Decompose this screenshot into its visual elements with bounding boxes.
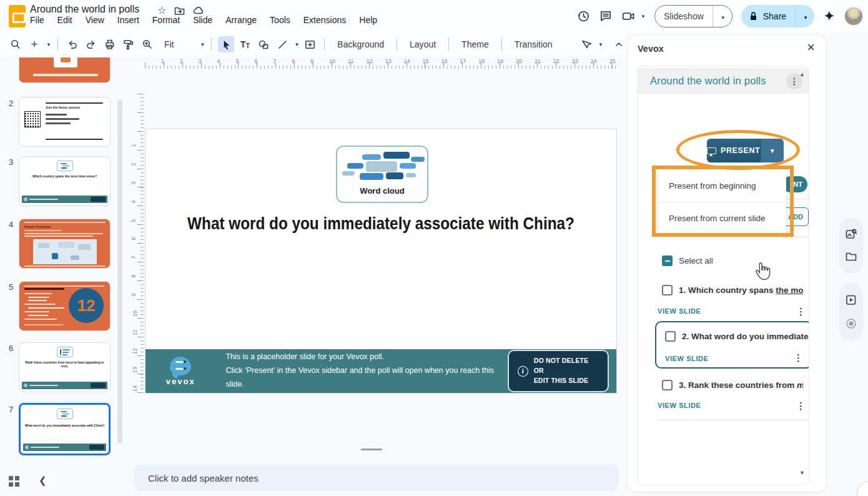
slideshow-dropdown-button[interactable]: ▼ xyxy=(713,11,732,21)
poll-1-menu-icon[interactable]: ⋮ xyxy=(796,306,806,317)
canvas-resize-dash[interactable] xyxy=(361,449,382,450)
scroll-down-icon[interactable]: ▼ xyxy=(799,470,805,476)
poll-2-view-slide-link[interactable]: VIEW SLIDE xyxy=(665,355,709,362)
footer-text: This is a placeholder slide for your Vev… xyxy=(225,350,508,392)
version-history-icon[interactable] xyxy=(576,9,590,23)
select-all-row[interactable]: Select all xyxy=(662,255,713,266)
search-menus-icon[interactable] xyxy=(7,36,24,52)
gemini-sparkle-icon[interactable] xyxy=(823,10,836,22)
collapse-toolbar-icon[interactable] xyxy=(611,36,627,52)
menu-item-present-from-current-slide[interactable]: Present from current slide xyxy=(658,202,786,234)
new-slide-dropdown[interactable]: ▼ xyxy=(46,42,51,47)
partial-present-pill[interactable]: NT xyxy=(782,176,807,192)
slide-thumbnail-5[interactable]: 12 xyxy=(19,281,111,331)
speaker-notes[interactable]: Click to add speaker notes xyxy=(134,465,618,491)
insert-placeholder-tool[interactable] xyxy=(302,36,318,52)
record-icon[interactable] xyxy=(845,317,857,330)
present-dropdown-button[interactable]: ▼ xyxy=(760,139,784,162)
menu-extensions[interactable]: Extensions xyxy=(303,15,346,25)
h-ruler-number: 12 xyxy=(367,58,373,64)
slides-logo-icon[interactable] xyxy=(9,5,26,27)
menu-format[interactable]: Format xyxy=(152,15,180,25)
close-icon[interactable]: × xyxy=(807,41,815,54)
poll-1-view-slide-link[interactable]: VIEW SLIDE xyxy=(658,307,701,315)
slide-title[interactable]: What word do you immediately associate w… xyxy=(169,214,593,234)
slide-thumbnail-7[interactable]: What word do you immediately associate w… xyxy=(19,403,111,455)
zoom-icon[interactable] xyxy=(139,36,155,52)
menu-item-present-from-beginning[interactable]: Present from beginning xyxy=(658,170,786,202)
h-ruler-number: 24 xyxy=(591,58,597,64)
poll-2-checkbox[interactable] xyxy=(665,331,676,342)
v-ruler-number: 11 xyxy=(132,329,138,335)
folder-icon[interactable] xyxy=(845,250,857,263)
share-dropdown-button[interactable]: ▼ xyxy=(796,11,814,21)
share-button[interactable]: Share xyxy=(741,5,796,27)
add-button[interactable]: ADD xyxy=(782,207,809,226)
poll-3-view-slide-link[interactable]: VIEW SLIDE xyxy=(658,402,701,409)
collapse-filmstrip-icon[interactable]: ❮ xyxy=(39,475,47,486)
paint-format-icon[interactable] xyxy=(121,36,137,52)
menu-tools[interactable]: Tools xyxy=(270,15,290,25)
document-title[interactable]: Around the world in polls xyxy=(30,4,139,15)
h-ruler-number: 14 xyxy=(404,58,410,64)
poll-3-menu-icon[interactable]: ⋮ xyxy=(796,400,806,412)
h-ruler-number: 17 xyxy=(460,58,466,64)
slide-canvas[interactable]: Word cloud What word do you immediately … xyxy=(145,129,617,394)
filmstrip-scrollbar[interactable] xyxy=(117,100,122,444)
menu-arrange[interactable]: Arrange xyxy=(225,15,257,25)
shape-tool[interactable] xyxy=(255,36,272,52)
v-ruler-number: 3 xyxy=(131,181,137,184)
word-cloud-label: Word cloud xyxy=(337,186,427,196)
select-tool[interactable] xyxy=(218,36,234,52)
poll-3-checkbox[interactable] xyxy=(662,380,673,390)
slide-thumbnail-6[interactable]: Rank these countries from most to least … xyxy=(19,342,111,392)
horizontal-ruler: 1234567891011121314151617181920212223242… xyxy=(145,59,617,69)
slide-thumbnail-4[interactable]: French Territories xyxy=(19,219,111,269)
select-all-checkbox[interactable] xyxy=(662,255,673,266)
redo-button[interactable] xyxy=(83,36,99,52)
poll-1-checkbox[interactable] xyxy=(662,285,673,295)
background-button[interactable]: Background xyxy=(331,39,390,49)
scroll-up-icon[interactable]: ▲ xyxy=(799,71,805,77)
word-cloud-icon[interactable]: Word cloud xyxy=(336,146,428,203)
present-button[interactable]: PRESENT xyxy=(707,139,760,162)
corner-button[interactable] xyxy=(857,481,868,496)
v-ruler-number: 4 xyxy=(131,200,137,203)
avatar[interactable] xyxy=(844,7,863,26)
image-search-icon[interactable] xyxy=(845,228,857,241)
transition-button[interactable]: Transition xyxy=(508,39,559,49)
zoom-select[interactable]: Fit xyxy=(158,39,180,49)
text-box-tool[interactable]: TT xyxy=(237,36,253,52)
poll-item-3[interactable]: 3. Rank these countries from most xyxy=(662,380,803,390)
zoom-select-caret[interactable]: ▼ xyxy=(200,42,205,47)
pen-tool-caret[interactable]: ▼ xyxy=(598,42,603,47)
menu-slide[interactable]: Slide xyxy=(193,15,212,25)
pen-tool-icon[interactable] xyxy=(578,36,594,52)
move-folder-icon[interactable] xyxy=(174,5,185,16)
menu-help[interactable]: Help xyxy=(359,15,377,25)
menu-view[interactable]: View xyxy=(86,15,104,25)
theme-button[interactable]: Theme xyxy=(455,39,495,49)
slideshow-button[interactable]: Slideshow xyxy=(655,6,713,27)
poll-item-1[interactable]: 1. Which country spans the most ti xyxy=(662,285,803,295)
new-slide-button[interactable]: + xyxy=(26,36,42,52)
meet-camera-icon[interactable]: ▼ xyxy=(621,9,646,23)
undo-button[interactable] xyxy=(64,36,81,52)
slide-thumbnail-2[interactable]: Join the Vevox session xyxy=(19,97,111,147)
poll-2-menu-icon[interactable]: ⋮ xyxy=(794,352,803,364)
menu-file[interactable]: File xyxy=(30,15,44,25)
line-tool-caret[interactable]: ▼ xyxy=(294,42,299,47)
comments-icon[interactable] xyxy=(599,9,613,23)
slide-thumbnail-3[interactable]: Which country spans the most time zones? xyxy=(19,156,111,206)
print-button[interactable] xyxy=(102,36,118,52)
slide-thumbnail-1[interactable] xyxy=(19,57,111,83)
menu-edit[interactable]: Edit xyxy=(57,15,72,25)
layout-button[interactable]: Layout xyxy=(403,39,442,49)
menu-insert[interactable]: Insert xyxy=(117,15,139,25)
video-play-icon[interactable] xyxy=(845,294,857,306)
h-ruler-number: 23 xyxy=(572,58,578,64)
cloud-status-icon[interactable] xyxy=(192,5,204,16)
poll-item-2[interactable]: 2. What word do you immediately xyxy=(665,331,809,342)
grid-view-icon[interactable] xyxy=(9,476,19,487)
line-tool[interactable] xyxy=(274,36,290,52)
